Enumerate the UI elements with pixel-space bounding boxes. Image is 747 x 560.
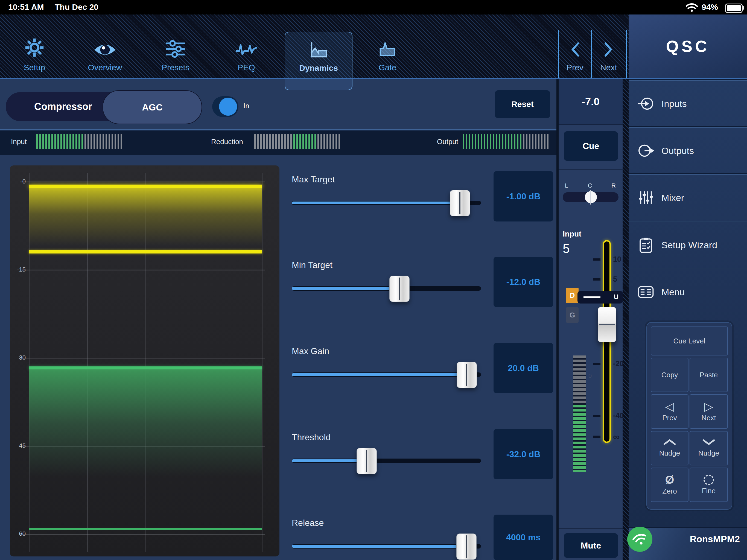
paste-label: Paste: [700, 371, 718, 379]
input-meter-label: Input: [11, 137, 27, 146]
grid-line: [262, 173, 262, 552]
chevron-right-icon: [601, 32, 616, 58]
gate-icon: [378, 32, 397, 58]
tab-peq[interactable]: PEQ: [221, 32, 272, 89]
eye-icon: [94, 32, 117, 58]
sidebar-item-label: Menu: [662, 287, 685, 298]
cue-level-button[interactable]: Cue Level: [651, 327, 728, 355]
sidebar-item-mixer[interactable]: Mixer: [628, 173, 747, 221]
fine-adjust-icon: [703, 475, 714, 485]
tab-presets[interactable]: Presets: [150, 32, 202, 89]
pan-center-label: C: [588, 182, 592, 189]
next-button[interactable]: ▷ Next: [690, 394, 728, 429]
tab-label: Gate: [379, 63, 396, 72]
prev-button[interactable]: ◁ Prev: [651, 394, 689, 429]
slider-label-max-target: Max Target: [292, 175, 335, 184]
sidebar-item-inputs[interactable]: Inputs: [628, 79, 747, 127]
slider-label-min-target: Min Target: [292, 260, 333, 270]
brand-panel: QSC: [628, 15, 747, 78]
threshold-line: [29, 366, 262, 370]
value-release: 4000 ms: [493, 515, 553, 560]
grid-line: [20, 182, 265, 182]
fader-scale-label: 5: [613, 275, 617, 284]
nudge-down-label: Nudge: [698, 449, 719, 457]
tab-label: Setup: [24, 63, 45, 72]
battery-percent: 94%: [702, 2, 718, 12]
slider-handle-min-target[interactable]: [389, 276, 410, 302]
y-axis-tick: -60: [10, 530, 26, 537]
slider-label-threshold: Threshold: [292, 432, 331, 442]
nudge-up-button[interactable]: Nudge: [651, 431, 689, 465]
tab-label: Overview: [88, 63, 122, 72]
cue-button[interactable]: Cue: [564, 131, 618, 161]
pan-right-label: R: [611, 182, 616, 189]
output-meter-level: [463, 134, 523, 149]
floor-line: [29, 528, 262, 530]
channel-meter: [573, 355, 586, 472]
y-axis-tick: -45: [10, 442, 26, 449]
sidebar-item-outputs[interactable]: Outputs: [628, 126, 747, 174]
below-threshold-gradient: [29, 370, 262, 477]
wifi-icon: [630, 531, 649, 548]
tab-label: PEQ: [238, 63, 255, 72]
tab-dynamics[interactable]: Dynamics: [285, 32, 353, 90]
fader-handle[interactable]: [598, 307, 616, 342]
slider-handle-threshold[interactable]: [357, 448, 377, 474]
tab-setup[interactable]: Setup: [8, 32, 60, 89]
slider-fill: [292, 287, 399, 290]
channel-meter-level: [573, 405, 586, 472]
sidebar-item-label: Outputs: [662, 146, 694, 156]
pan-knob[interactable]: [585, 191, 597, 203]
mode-agc[interactable]: AGC: [103, 90, 202, 124]
cue-level-label: Cue Level: [673, 337, 705, 345]
zero-label: Zero: [662, 487, 677, 495]
fader-scale-label: 10: [613, 255, 621, 263]
slider-handle-max-target[interactable]: [450, 190, 470, 216]
gate-badge: G: [566, 307, 578, 323]
grid-line: [20, 270, 265, 271]
slider-fill: [292, 373, 466, 376]
slider-label-release: Release: [292, 518, 324, 528]
chevron-up-icon: [663, 439, 676, 447]
channel-meter-headroom: [573, 355, 586, 405]
slider-fill: [292, 459, 366, 462]
sidebar-item-label: Mixer: [662, 193, 684, 203]
slider-handle-max-gain[interactable]: [457, 362, 477, 388]
in-toggle[interactable]: [212, 96, 238, 117]
pan-left-label: L: [565, 182, 568, 189]
qsc-logo: QSC: [666, 37, 710, 56]
divider: [559, 124, 623, 125]
unity-label: U: [614, 293, 618, 301]
channel-name-label: Input: [563, 230, 581, 238]
reset-button[interactable]: Reset: [495, 90, 550, 118]
fader-scale-label-infinity: ∞: [613, 432, 620, 442]
tab-label: Presets: [162, 63, 189, 72]
status-bar: 10:51 AM Thu Dec 20 94%: [0, 0, 747, 15]
value-max-gain: 20.0 dB: [493, 343, 553, 393]
network-status-icon[interactable]: [627, 527, 652, 552]
slider-fill: [292, 202, 460, 204]
chevron-left-icon: [568, 32, 582, 58]
copy-button[interactable]: Copy: [651, 358, 689, 392]
triangle-left-icon: ◁: [665, 401, 674, 412]
fine-button[interactable]: Fine: [690, 467, 728, 502]
sidebar-item-label: Setup Wizard: [662, 240, 717, 251]
copy-label: Copy: [662, 371, 678, 379]
sidebar-item-setup-wizard[interactable]: Setup Wizard: [628, 221, 747, 269]
paste-button[interactable]: Paste: [690, 358, 728, 392]
slider-handle-release[interactable]: [456, 533, 476, 560]
fader-tick: [593, 258, 600, 261]
tab-overview[interactable]: Overview: [79, 32, 131, 89]
zero-button[interactable]: Ø Zero: [651, 467, 689, 502]
sidebar-item-menu[interactable]: Menu: [628, 268, 747, 315]
channel-meter-zero-label: 0: [588, 373, 592, 380]
menu-icon: [636, 285, 655, 299]
tab-gate[interactable]: Gate: [361, 32, 413, 89]
mute-button[interactable]: Mute: [564, 533, 618, 558]
value-min-target: -12.0 dB: [493, 257, 553, 307]
value-threshold: -32.0 dB: [493, 429, 553, 479]
fader-tick: [593, 415, 600, 417]
nudge-down-button[interactable]: Nudge: [690, 431, 728, 465]
min-target-line: [29, 250, 262, 253]
divider: [559, 528, 623, 529]
